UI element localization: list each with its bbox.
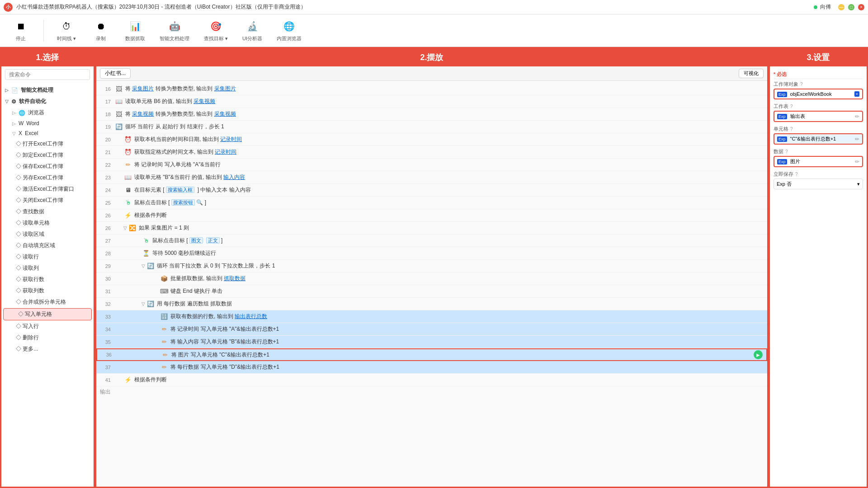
flow-row-17: 17 📖 读取单元格 B6 的值, 输出到 采集视频 [96,95,767,108]
sidebar-item-更多[interactable]: ◇ 更多... [1,343,94,355]
main-layout: 1.选择 ▷ 📄 智能文档处理 ▽ ⚙ 软件自动化 ▷ 🌐 浏览器 ▷ [0,47,868,488]
center-panel-header: 2.摆放 [96,48,767,66]
flow-row-23: 23 📖 读取单元格 "B"&当前行 的值, 输出到 输入内容 [96,171,767,184]
output-label: 输出 [100,389,111,395]
row-icon-25: 🖱 [123,198,132,207]
sidebar-item-excel[interactable]: ▽ X Excel [1,128,94,138]
right-content: * 必选 工作簿对象 ? Exp objExcelWorkBook × 工作表 … [770,66,867,487]
search-input[interactable] [5,69,90,80]
worksheet-input[interactable]: Exp 输出表 ✏ [774,111,863,122]
record-button[interactable]: ⏺ 录制 [87,17,114,44]
toolbar: ⏹ 停止 ⏱ 时间线 ▾ ⏺ 录制 📊 数据抓取 🤖 智能文档处理 🎯 查找目标… [0,14,868,47]
find-target-button[interactable]: 🎯 查找目标 ▾ [200,17,231,44]
flow-row-33: 33 🔢 获取有数据的行数, 输出到 输出表行总数 [96,310,767,323]
worksheet-hint-icon[interactable]: ? [790,104,793,109]
sidebar-item-另存Excel工作簿[interactable]: ◇ 另存Excel工作簿 [1,172,94,183]
sidebar-item-写入行[interactable]: ◇ 写入行 [1,321,94,332]
cell-hint-icon[interactable]: ? [790,127,793,131]
sidebar-item-打开Excel工作簿[interactable]: ◇ 打开Excel工作簿 [1,138,94,150]
row-text-32: 用 每行数据 遍历数组 抓取数据 [157,300,764,308]
expand-32-icon[interactable]: ▽ [142,301,145,306]
row-text-22: 将 记录时间 写入单元格 "A"&当前行 [134,161,764,169]
row-icon-24: 🖥 [123,186,132,195]
row-text-26: 根据条件判断 [134,211,764,219]
row-text-33: 获取有数据的行数, 输出到 输出表行总数 [170,313,764,320]
run-step-button[interactable]: ▶ [754,350,763,359]
row-icon-29: 🔄 [146,262,155,271]
flow-content: 16 🖼 将 采集图片 转换为整数类型, 输出到 采集图片 17 📖 读取单元格… [96,81,767,487]
close-button[interactable]: × [858,4,864,10]
stop-button[interactable]: ⏹ 停止 [7,17,34,44]
sidebar-item-激活Excel工作簿窗口[interactable]: ◇ 激活Excel工作簿窗口 [1,183,94,195]
cell-input[interactable]: Exp "C"&输出表行总数+1 ✏ [774,133,863,145]
save-dropdown-icon: ▾ [857,181,860,187]
flow-row-30: 30 📦 批量抓取数据, 输出到 抓取数据 [96,272,767,285]
sidebar-item-获取行数[interactable]: ◇ 获取行数 [1,274,94,285]
sidebar-item-删除行[interactable]: ◇ 删除行 [1,332,94,343]
save-hint-icon[interactable]: ? [795,172,798,177]
expand-if-icon[interactable]: ▽ [123,225,127,230]
worksheet-edit-icon[interactable]: ✏ [855,113,859,120]
builtin-browser-button[interactable]: 🌐 内置浏览器 [273,17,305,44]
flow-row-32: 32 ▽ 🔄 用 每行数据 遍历数组 抓取数据 [96,298,767,310]
data-extract-icon: 📊 [128,19,142,33]
flow-row-41: 41 ⚡ 根据条件判断 [96,374,767,386]
flow-tab-bar: 小红书... 可视化 [96,66,767,81]
ui-analyzer-label: UI分析器 [242,35,262,42]
stop-label: 停止 [16,35,26,42]
workbook-hint-icon[interactable]: ? [800,82,803,87]
stop-icon: ⏹ [14,19,28,33]
data-edit-icon[interactable]: ✏ [855,159,859,165]
expand-29-icon[interactable]: ▽ [142,263,145,268]
sidebar-item-写入单元格[interactable]: ◇ 写入单元格 [3,308,92,320]
row-icon-32: 🔄 [146,300,155,309]
sidebar-item-word[interactable]: ▷ W Word [1,118,94,128]
field-worksheet: 工作表 ? Exp 输出表 ✏ [774,103,863,122]
data-hint-icon[interactable]: ? [785,149,788,154]
sidebar-item-保存Excel工作簿[interactable]: ◇ 保存Excel工作簿 [1,161,94,172]
workbook-close-tag[interactable]: × [854,91,859,97]
sidebar-item-卸定Excel工作簿[interactable]: ◇ 卸定Excel工作簿 [1,150,94,161]
sidebar-item-自动填充区域[interactable]: ◇ 自动填充区域 [1,240,94,251]
flow-row-37: 37 ✏ 将 每行数据 写入单元格 "D"&输出表行总数+1 [96,361,767,374]
ai-doc-button[interactable]: 🤖 智能文档处理 [156,17,193,44]
sidebar-item-软件自动化[interactable]: ▽ ⚙ 软件自动化 [1,96,94,107]
toolbar-divider-1 [43,20,44,42]
app-title: 小红书爆款违禁抓取RPA机器人（搜索版）2023年10月30日 - 流程创造者（… [16,3,814,11]
sidebar-item-读取列[interactable]: ◇ 读取列 [1,263,94,274]
flow-row-16: 16 🖼 将 采集图片 转换为整数类型, 输出到 采集图片 [96,83,767,95]
workbook-input[interactable]: Exp objExcelWorkBook × [774,89,863,99]
username: 向傅 [820,3,831,11]
center-panel: 2.摆放 小红书... 可视化 16 🖼 将 采集图片 转换为整数类型, 输出到… [95,47,769,488]
save-select[interactable]: Exp 否 ▾ [774,178,863,189]
row-icon-34: ✏ [160,325,169,334]
flow-tab-item[interactable]: 小红书... [100,68,131,79]
data-extract-label: 数据抓取 [125,35,145,42]
sidebar-item-智能文档处理[interactable]: ▷ 📄 智能文档处理 [1,84,94,96]
ui-analyzer-icon: 🔬 [245,19,259,33]
sidebar-item-合并或拆分单元格[interactable]: ◇ 合并或拆分单元格 [1,296,94,308]
sidebar-item-读取单元格[interactable]: ◇ 读取单元格 [1,217,94,229]
cell-edit-icon[interactable]: ✏ [855,136,859,142]
row-text-37: 将 每行数据 写入单元格 "D"&输出表行总数+1 [170,363,764,371]
sidebar-item-读取行[interactable]: ◇ 读取行 [1,251,94,263]
row-icon-19: 🔄 [114,122,123,131]
data-input[interactable]: Exp 图片 ✏ [774,156,863,167]
section-required-label: * 必选 [774,70,863,79]
visible-button[interactable]: 可视化 [739,69,764,78]
sidebar-item-读取区域[interactable]: ◇ 读取区域 [1,229,94,240]
sidebar-item-查找数据[interactable]: ◇ 查找数据 [1,206,94,217]
row-icon-26b: 🔀 [128,224,137,233]
timeline-button[interactable]: ⏱ 时间线 ▾ [53,17,80,44]
timeline-icon: ⏱ [59,19,74,33]
sidebar-item-关闭Excel工作簿[interactable]: ◇ 关闭Excel工作簿 [1,195,94,206]
data-extract-button[interactable]: 📊 数据抓取 [122,17,149,44]
sidebar-item-浏览器[interactable]: ▷ 🌐 浏览器 [1,107,94,118]
row-icon-20: ⏰ [123,135,132,144]
window-controls[interactable]: — □ × [838,4,864,10]
maximize-button[interactable]: □ [848,4,854,10]
ui-analyzer-button[interactable]: 🔬 UI分析器 [239,17,266,44]
minimize-button[interactable]: — [838,4,844,10]
sidebar-item-获取列数[interactable]: ◇ 获取列数 [1,285,94,296]
flow-row-20: 20 ⏰ 获取本机当前的时间和日期, 输出到 记录时间 [96,133,767,146]
